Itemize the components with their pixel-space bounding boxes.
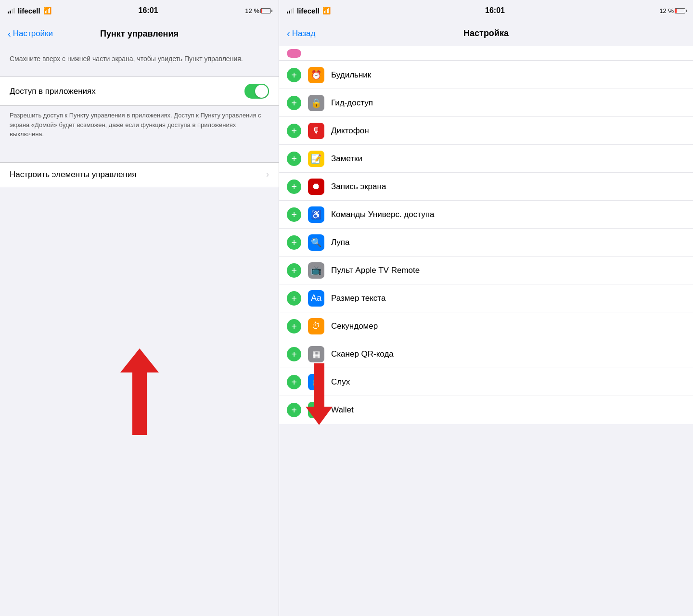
- list-item[interactable]: +👂Слух: [279, 368, 693, 396]
- item-label: Wallet: [331, 405, 354, 415]
- left-nav-bar: ‹ Настройки Пункт управления: [0, 21, 279, 46]
- item-label: Будильник: [331, 70, 371, 80]
- left-back-button[interactable]: ‹ Настройки: [8, 28, 53, 39]
- app-icon: ⏱: [308, 318, 324, 334]
- list-item[interactable]: +▦Сканер QR-кода: [279, 340, 693, 368]
- list-item[interactable]: +💳Wallet: [279, 396, 693, 424]
- right-list[interactable]: +⏰Будильник+🔒Гид-доступ+🎙Диктофон+📝Замет…: [279, 61, 693, 616]
- toggle-section: Доступ в приложениях: [0, 77, 279, 106]
- right-wifi-icon: 📶: [322, 7, 331, 14]
- add-button[interactable]: +: [287, 96, 301, 110]
- add-button[interactable]: +: [287, 152, 301, 166]
- arrow-head-icon: [120, 348, 159, 372]
- add-button[interactable]: +: [287, 235, 301, 250]
- right-nav-bar: ‹ Назад Настройка: [279, 21, 693, 46]
- add-button[interactable]: +: [287, 180, 301, 194]
- app-icon: 📝: [308, 151, 324, 167]
- toggle-description: Разрешить доступ к Пункту управления в п…: [0, 106, 279, 147]
- partial-item-color: [287, 49, 301, 58]
- add-button[interactable]: +: [287, 291, 301, 306]
- app-icon: ▦: [308, 346, 324, 362]
- left-carrier-signal: lifecell 📶: [8, 7, 51, 15]
- list-item[interactable]: +⏺Запись экрана: [279, 173, 693, 201]
- app-icon: ♿: [308, 206, 324, 223]
- right-battery-fill: [675, 9, 677, 13]
- item-label: Секундомер: [331, 321, 378, 331]
- left-description: Смахните вверх с нижней части экрана, чт…: [0, 46, 279, 69]
- app-icon: 🔒: [308, 95, 324, 111]
- top-partial-item: [279, 46, 693, 61]
- add-button[interactable]: +: [287, 207, 301, 222]
- right-back-label[interactable]: Назад: [292, 29, 316, 38]
- item-label: Слух: [331, 377, 350, 387]
- access-toggle[interactable]: [244, 84, 269, 99]
- left-arrow-container: [0, 187, 279, 616]
- chevron-right-icon: ›: [266, 169, 269, 180]
- left-panel: lifecell 📶 16:01 12 % ‹ Настройки Пункт …: [0, 0, 279, 616]
- arrow-shaft: [132, 372, 147, 435]
- item-label: Диктофон: [331, 126, 369, 136]
- battery-pct: 12 %: [245, 7, 259, 14]
- list-item[interactable]: +♿Команды Универс. доступа: [279, 201, 693, 229]
- app-icon: ⏺: [308, 179, 324, 195]
- left-back-label[interactable]: Настройки: [13, 29, 53, 38]
- app-icon: 🎙: [308, 123, 324, 139]
- add-button[interactable]: +: [287, 347, 301, 361]
- item-label: Команды Универс. доступа: [331, 210, 434, 219]
- right-battery: 12 %: [659, 7, 685, 14]
- item-label: Пульт Apple TV Remote: [331, 266, 420, 275]
- app-icon: 🔍: [308, 234, 324, 251]
- wifi-icon: 📶: [43, 7, 51, 14]
- right-battery-box-icon: [675, 8, 685, 13]
- list-item[interactable]: +⏰Будильник: [279, 61, 693, 89]
- left-carrier: lifecell: [18, 7, 40, 15]
- item-label: Заметки: [331, 154, 362, 164]
- right-carrier-signal: lifecell 📶: [287, 7, 331, 15]
- item-label: Гид-доступ: [331, 98, 373, 108]
- item-label: Размер текста: [331, 294, 385, 303]
- right-arrow-head-icon: [306, 407, 333, 425]
- battery-box-icon: [260, 8, 271, 13]
- right-page-title: Настройка: [463, 28, 509, 38]
- customize-label: Настроить элементы управления: [10, 170, 136, 180]
- item-label: Сканер QR-кода: [331, 349, 394, 359]
- add-button[interactable]: +: [287, 319, 301, 334]
- add-button[interactable]: +: [287, 124, 301, 138]
- customize-row[interactable]: Настроить элементы управления ›: [0, 162, 279, 187]
- right-status-bar: lifecell 📶 16:01 12 %: [279, 0, 693, 21]
- right-time: 16:01: [485, 6, 505, 15]
- left-status-bar: lifecell 📶 16:01 12 %: [0, 0, 279, 21]
- add-button[interactable]: +: [287, 263, 301, 278]
- list-item[interactable]: +⏱Секундомер: [279, 312, 693, 340]
- list-item[interactable]: +🎙Диктофон: [279, 117, 693, 145]
- chevron-left-icon: ‹: [8, 28, 11, 39]
- add-items-section: +⏰Будильник+🔒Гид-доступ+🎙Диктофон+📝Замет…: [279, 61, 693, 424]
- arrow-up-indicator: [120, 348, 159, 435]
- battery-fill: [261, 9, 262, 13]
- list-item[interactable]: +📝Заметки: [279, 145, 693, 173]
- list-item[interactable]: +AaРазмер текста: [279, 284, 693, 312]
- list-item[interactable]: +🔍Лупа: [279, 229, 693, 257]
- list-item[interactable]: +📺Пульт Apple TV Remote: [279, 257, 693, 284]
- right-battery-pct: 12 %: [659, 7, 674, 14]
- right-signal-bars-icon: [287, 8, 294, 13]
- add-button[interactable]: +: [287, 68, 301, 82]
- list-item[interactable]: +🔒Гид-доступ: [279, 89, 693, 117]
- app-icon: Aa: [308, 290, 324, 307]
- toggle-knob: [255, 85, 268, 98]
- toggle-label: Доступ в приложениях: [10, 87, 96, 96]
- left-battery: 12 %: [245, 7, 271, 14]
- right-carrier: lifecell: [297, 7, 320, 15]
- toggle-row[interactable]: Доступ в приложениях: [0, 77, 279, 105]
- add-button[interactable]: +: [287, 403, 301, 417]
- add-button[interactable]: +: [287, 375, 301, 389]
- right-arrow-shaft: [314, 363, 324, 407]
- right-chevron-left-icon: ‹: [287, 28, 290, 39]
- left-time: 16:01: [139, 6, 158, 15]
- app-icon: ⏰: [308, 67, 324, 83]
- left-page-title: Пункт управления: [100, 29, 179, 39]
- signal-bars-icon: [8, 8, 15, 13]
- app-icon: 📺: [308, 262, 324, 279]
- right-back-button[interactable]: ‹ Назад: [287, 28, 315, 39]
- item-label: Запись экрана: [331, 182, 386, 192]
